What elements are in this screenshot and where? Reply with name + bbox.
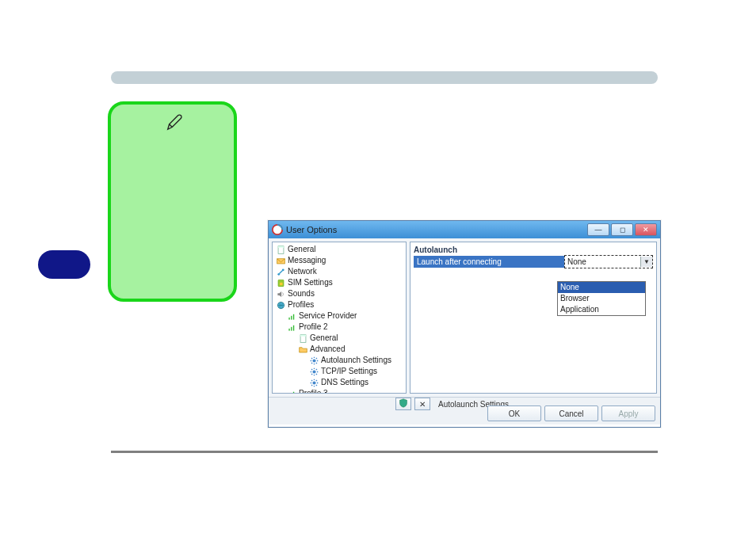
tree-item-general[interactable]: General [273,244,406,255]
close-panel-button[interactable]: ✕ [414,398,430,410]
dialog-footer: ✕ Autolaunch Settings OK Cancel Apply [269,397,660,424]
signal-icon [287,389,296,394]
svg-rect-22 [292,391,293,394]
tree-item-advanced[interactable]: Advanced [273,344,406,355]
ok-button[interactable]: OK [487,405,541,421]
page-icon [276,245,285,254]
blue-pill [38,250,90,279]
titlebar[interactable]: User Options — ◻ ✕ [269,221,660,238]
minimize-button[interactable]: — [587,223,609,236]
mail-icon [276,256,285,265]
tree-item-messaging[interactable]: Messaging [273,255,406,266]
page-icon [298,333,307,343]
tree-item-label: Sounds [288,288,315,299]
tree-item-profiles[interactable]: Profiles [273,299,406,310]
apply-button[interactable]: Apply [601,405,655,421]
svg-point-17 [312,359,315,362]
tree-item-label: Messaging [288,255,326,266]
svg-rect-9 [288,317,289,319]
dialog-title: User Options [286,225,587,234]
green-card [108,101,237,302]
combo-option-none[interactable]: None [558,282,645,293]
app-icon [272,224,283,235]
tree-item-sounds[interactable]: Sounds [273,288,406,299]
user-options-dialog: User Options — ◻ ✕ GeneralMessagingNetwo… [268,220,661,428]
tree-item-tcp-ip-settings[interactable]: TCP/IP Settings [273,366,406,377]
tree-item-network[interactable]: Network [273,266,406,277]
tree-item-sim-settings[interactable]: SIM Settings [273,277,406,288]
net-icon [276,267,285,276]
signal-icon [287,322,296,332]
launch-after-combo[interactable]: None ▼ [564,255,653,268]
globe-icon [276,300,285,310]
content-panel: Autolaunch Launch after connecting None … [410,242,657,394]
help-button[interactable] [395,398,411,410]
maximize-button[interactable]: ◻ [611,223,633,236]
tree-item-label: SIM Settings [288,277,333,288]
section-title: Autolaunch [414,246,653,254]
tree-item-label: Profile 2 [299,322,328,333]
tree-item-label: General [288,244,316,255]
signal-icon [287,311,296,321]
x-icon: ✕ [419,400,426,409]
tree-item-label: Profiles [288,299,314,310]
svg-rect-16 [300,334,306,336]
folder-open-icon [298,345,307,354]
svg-point-18 [312,370,315,373]
launch-after-row: Launch after connecting None ▼ [414,256,653,268]
options-tree[interactable]: GeneralMessagingNetworkSIM SettingsSound… [272,242,407,394]
svg-rect-2 [278,246,284,247]
decorative-bar [111,71,658,84]
tree-item-label: Autolaunch Settings [321,355,391,366]
gear-icon [309,356,319,365]
svg-rect-10 [291,315,292,319]
tree-item-dns-settings[interactable]: DNS Settings [273,377,406,388]
tree-item-label: TCP/IP Settings [321,366,377,377]
tree-item-label: DNS Settings [321,377,368,388]
gear-icon [309,367,319,376]
tree-item-label: Profile 3 [299,388,328,394]
gear-icon [309,378,319,387]
sound-icon [276,289,285,299]
cancel-button[interactable]: Cancel [544,405,598,421]
close-button[interactable]: ✕ [635,223,657,236]
tree-item-label: General [310,333,338,344]
launch-after-dropdown[interactable]: NoneBrowserApplication [557,281,646,316]
svg-rect-12 [288,328,289,330]
svg-rect-13 [291,326,292,330]
pen-icon [166,114,183,131]
combo-option-application[interactable]: Application [558,304,645,315]
tree-item-autolaunch-settings[interactable]: Autolaunch Settings [273,355,406,366]
tree-item-label: Network [288,266,317,277]
tree-item-service-provider[interactable]: Service Provider [273,310,406,322]
sim-icon [276,278,285,287]
svg-rect-14 [292,325,293,330]
tree-item-label: Advanced [310,344,345,355]
tree-item-profile-2[interactable]: Profile 2 [273,322,406,333]
svg-rect-11 [292,314,293,319]
shield-icon [399,398,408,409]
combo-value: None [565,257,640,266]
svg-point-19 [312,381,315,384]
field-label: Launch after connecting [417,257,564,266]
bottom-divider [111,451,658,453]
tree-item-label: Service Provider [299,310,357,322]
tree-item-general[interactable]: General [273,333,406,344]
chevron-down-icon: ▼ [640,257,652,267]
tree-item-profile-3[interactable]: Profile 3 [273,388,406,394]
combo-option-browser[interactable]: Browser [558,293,645,304]
svg-rect-7 [280,282,282,284]
svg-rect-21 [291,393,292,394]
